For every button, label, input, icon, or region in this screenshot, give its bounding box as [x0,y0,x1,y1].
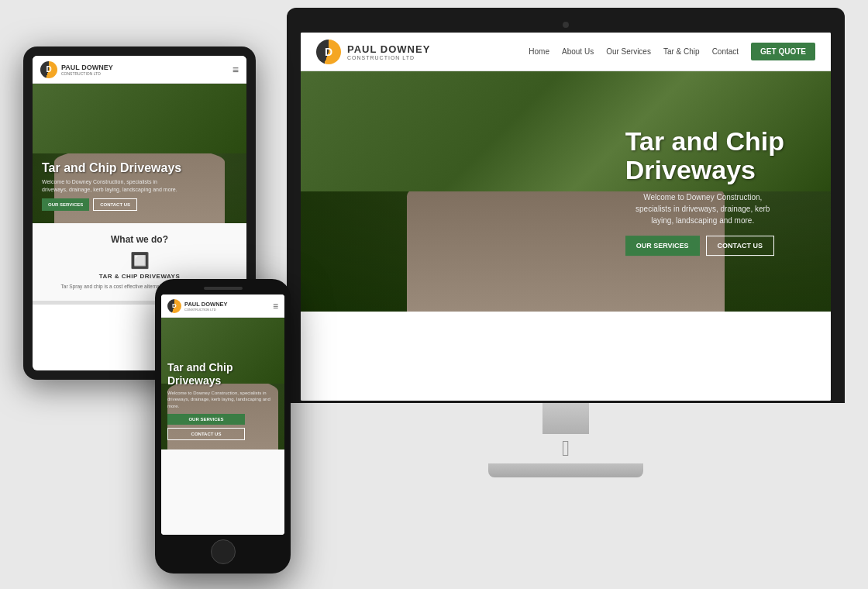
tablet-hero-desc: Welcome to Downey Construction, speciali… [42,178,181,194]
phone-hero-title: Tar and Chip Driveways [167,361,280,388]
desktop-website-bottom [301,312,831,401]
imac-screen-outer: D PAUL DOWNEY CONSTRUCTION LTD Home Abou… [287,8,845,403]
desktop-hero-buttons: OUR SERVICES CONTACT US [625,236,784,256]
tablet-company-name: PAUL DOWNEY [61,64,113,71]
desktop-nav-links: Home About Us Our Services Tar & Chip Co… [529,43,815,60]
tablet-service-icon: 🔲 [42,251,237,270]
phone-contact-us-button[interactable]: CONTACT US [167,428,245,440]
desktop-hero-title: Tar and Chip Driveways [625,127,784,185]
nav-link-contact[interactable]: Contact [712,47,739,56]
desktop-contact-us-button[interactable]: CONTACT US [706,236,774,256]
phone-device: D PAUL DOWNEY CONSTRUCTION LTD ≡ Tar and… [155,279,291,574]
tablet-hero: Tar and Chip Driveways Welcome to Downey… [33,84,246,223]
desktop-get-quote-button[interactable]: GET QUOTE [751,43,815,60]
tablet-hero-buttons: OUR SERVICES CONTACT US [42,198,181,211]
desktop-logo-text: PAUL DOWNEY CONSTRUCTION LTD [347,43,430,60]
desktop-company-sub: CONSTRUCTION LTD [347,55,430,60]
phone-nav: D PAUL DOWNEY CONSTRUCTION LTD ≡ [161,294,284,318]
desktop-company-name: PAUL DOWNEY [347,43,430,55]
nav-link-about[interactable]: About Us [562,47,594,56]
phone-logo-text: PAUL DOWNEY CONSTRUCTION LTD [184,301,228,312]
phone-bottom-area [161,450,284,535]
desktop-hero: Tar and Chip Driveways Welcome to Downey… [301,71,831,312]
imac-apple-logo:  [287,434,845,463]
desktop-hero-content: Tar and Chip Driveways Welcome to Downey… [625,127,784,256]
imac-screen: D PAUL DOWNEY CONSTRUCTION LTD Home Abou… [301,33,831,401]
phone-screen: D PAUL DOWNEY CONSTRUCTION LTD ≡ Tar and… [161,294,284,535]
phone-hero-desc: Welcome to Downey Construction, speciali… [167,390,280,409]
tablet-nav: D PAUL DOWNEY CONSTRUCTION LTD ≡ [33,56,246,84]
tablet-hero-content: Tar and Chip Driveways Welcome to Downey… [42,160,181,211]
tablet-section-title: What we do? [42,234,237,245]
phone-hero-content: Tar and Chip Driveways Welcome to Downey… [167,361,280,440]
phone-company-sub: CONSTRUCTION LTD [184,308,228,312]
phone-hamburger-icon[interactable]: ≡ [273,301,278,312]
tablet-logo-text: PAUL DOWNEY CONSTRUCTION LTD [61,64,113,76]
phone-home-button[interactable] [211,539,236,564]
desktop-hero-desc: Welcome to Downey Construction, speciali… [625,191,780,226]
tablet-our-services-button[interactable]: OUR SERVICES [42,198,89,211]
phone-hero: Tar and Chip Driveways Welcome to Downey… [161,318,284,450]
imac-camera [563,22,569,28]
desktop-nav: D PAUL DOWNEY CONSTRUCTION LTD Home Abou… [301,33,831,71]
phone-speaker [204,287,243,290]
phone-logo-icon: D [167,299,181,313]
tablet-hero-title: Tar and Chip Driveways [42,160,181,175]
imac-stand-base [488,463,643,477]
nav-link-services[interactable]: Our Services [606,47,651,56]
phone-hero-buttons: OUR SERVICES CONTACT US [167,414,280,440]
phone-company-name: PAUL DOWNEY [184,301,228,308]
desktop-logo-icon: D [316,40,341,64]
nav-link-home[interactable]: Home [529,47,549,56]
tablet-company-sub: CONSTRUCTION LTD [61,71,113,76]
desktop-our-services-button[interactable]: OUR SERVICES [625,236,700,256]
phone-our-services-button[interactable]: OUR SERVICES [167,414,245,425]
tablet-hamburger-icon[interactable]: ≡ [232,64,239,76]
imac-stand-neck [542,403,589,434]
nav-link-tar[interactable]: Tar & Chip [663,47,700,56]
imac-device: D PAUL DOWNEY CONSTRUCTION LTD Home Abou… [287,8,845,488]
tablet-logo-icon: D [40,61,57,78]
tablet-contact-us-button[interactable]: CONTACT US [93,198,137,211]
